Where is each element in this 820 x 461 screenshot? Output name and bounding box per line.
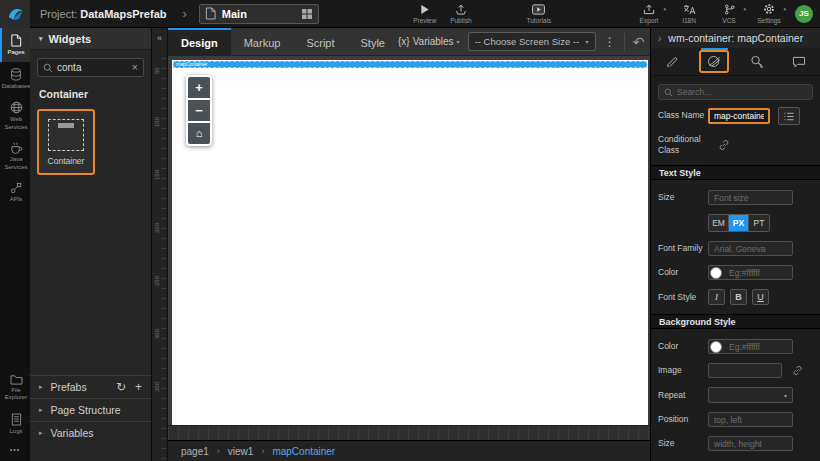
sidebar-item-pages[interactable]: Pages — [0, 28, 30, 62]
ruler-ticks — [161, 58, 166, 461]
bind-link-icon[interactable] — [718, 139, 730, 151]
kebab-menu-icon[interactable]: ⋮ — [604, 35, 616, 49]
translate-icon — [683, 4, 696, 15]
unit-em[interactable]: EM — [709, 215, 729, 231]
tab-inspect[interactable] — [736, 48, 778, 76]
screen-size-select[interactable]: -- Choose Screen Size -- ▾ — [468, 32, 596, 51]
tab-style[interactable]: Style — [348, 28, 398, 56]
i18n-button[interactable]: I18N — [671, 0, 707, 28]
breadcrumb-page1[interactable]: page1 — [181, 446, 209, 457]
tab-markup[interactable]: Markup — [231, 28, 294, 56]
bg-repeat-row: Repeat ▾ — [658, 387, 813, 403]
inspector-header: › wm-container: mapContainer — [651, 28, 820, 48]
section-page-structure[interactable]: ▸ Page Structure — [30, 398, 151, 421]
sidebar-item-file-explorer[interactable]: File Explorer — [0, 368, 30, 407]
variables-label: Variables — [413, 36, 454, 47]
widgets-panel-header[interactable]: ▾ Widgets — [30, 28, 151, 50]
container-widget-label: Container — [48, 156, 85, 166]
vcs-label: VCS — [722, 17, 735, 24]
breadcrumb-mapcontainer[interactable]: mapContainer — [272, 446, 335, 457]
widget-search-input[interactable] — [57, 62, 128, 73]
widgets-panel-sections: ▸ Prefabs ↻ + ▸ Page Structure ▸ Variabl… — [30, 375, 151, 444]
tutorials-button[interactable]: Tutorials — [521, 0, 557, 28]
font-size-input[interactable] — [708, 190, 793, 205]
sidebar-item-logs[interactable]: Logs — [0, 407, 30, 441]
section-variables[interactable]: ▸ Variables — [30, 421, 151, 444]
text-style-section-header: Text Style — [651, 165, 820, 180]
text-color-swatch[interactable] — [710, 267, 722, 279]
caret-down-icon: ▾ — [39, 35, 43, 43]
bg-size-input[interactable] — [708, 436, 793, 451]
selected-container-highlight[interactable]: mapContainer — [173, 61, 647, 68]
page-selector[interactable]: Main — [199, 4, 319, 24]
bold-button[interactable]: B — [730, 289, 747, 305]
page-icon — [205, 7, 216, 20]
preview-label: Preview — [413, 17, 436, 24]
publish-button[interactable]: Publish — [443, 0, 479, 28]
unit-px[interactable]: PX — [729, 215, 749, 231]
vcs-button[interactable]: VCS ▾ — [711, 0, 747, 28]
export-button[interactable]: Export ▾ — [631, 0, 667, 28]
section-label: Variables — [51, 427, 94, 439]
variables-prefix: {x} — [398, 36, 410, 47]
tab-styles[interactable] — [693, 48, 735, 76]
chat-bubble-icon — [792, 56, 806, 68]
link-icon — [792, 365, 803, 376]
bg-size-label: Size — [658, 438, 708, 449]
class-name-input[interactable] — [708, 108, 770, 124]
screen-size-value: -- Choose Screen Size -- — [475, 36, 580, 47]
sidebar-item-web-services[interactable]: Web Services — [0, 95, 30, 136]
canvas-page[interactable]: mapContainer + − ⌂ — [172, 60, 648, 425]
style-brush-icon — [707, 55, 721, 68]
collapse-inspector-icon[interactable]: › — [658, 33, 661, 44]
unit-pt[interactable]: PT — [749, 215, 769, 231]
wavemaker-logo[interactable] — [0, 0, 30, 28]
collapse-panel-icon[interactable]: « — [152, 33, 167, 43]
tab-properties[interactable] — [651, 48, 693, 76]
preview-button[interactable]: Preview — [407, 0, 443, 28]
property-search-input[interactable] — [677, 87, 807, 97]
sidebar-item-apis[interactable]: APIs — [0, 176, 30, 209]
folder-icon — [10, 374, 23, 385]
dropdown-arrow-icon: ▾ — [586, 38, 589, 45]
widget-search[interactable]: × — [37, 58, 144, 77]
sidebar-item-label: Logs — [9, 428, 22, 436]
project-prefix: Project: — [40, 8, 77, 20]
bg-color-swatch[interactable] — [710, 341, 722, 353]
tab-design[interactable]: Design — [168, 28, 231, 56]
class-list-button[interactable] — [778, 107, 800, 125]
breadcrumb-view1[interactable]: view1 — [228, 446, 254, 457]
logo-icon — [6, 4, 25, 23]
selection-label: mapContainer — [176, 62, 207, 67]
tab-script[interactable]: Script — [293, 28, 347, 56]
user-avatar[interactable]: JS — [795, 5, 813, 23]
container-widget-tile[interactable]: Container — [37, 109, 95, 175]
grid-icon[interactable] — [301, 8, 313, 20]
more-options-icon[interactable]: ••• — [0, 440, 30, 461]
italic-button[interactable]: I — [708, 289, 725, 305]
bg-image-input[interactable] — [708, 363, 782, 378]
variables-button[interactable]: {x} Variables ▾ — [398, 36, 460, 47]
home-button[interactable]: ⌂ — [188, 123, 210, 144]
background-style-section-header: Background Style — [651, 314, 820, 329]
section-prefabs[interactable]: ▸ Prefabs ↻ + — [30, 375, 151, 398]
add-prefab-icon[interactable]: + — [135, 381, 142, 393]
bg-position-input[interactable] — [708, 412, 793, 427]
underline-button[interactable]: U — [752, 289, 769, 305]
tab-events[interactable] — [778, 48, 820, 76]
sidebar-item-databases[interactable]: Databases — [0, 62, 30, 96]
settings-button[interactable]: Settings ▾ — [751, 0, 787, 28]
sidebar-item-java-services[interactable]: Java Services — [0, 136, 30, 176]
clear-search-icon[interactable]: × — [132, 62, 138, 73]
font-family-label: Font Family — [658, 243, 708, 254]
bind-link-icon[interactable] — [792, 365, 803, 376]
widget-group-title: Container — [39, 88, 151, 100]
bg-repeat-select[interactable]: ▾ — [708, 387, 793, 403]
font-family-input[interactable] — [708, 241, 793, 256]
zoom-in-button[interactable]: + — [188, 77, 210, 98]
refresh-icon[interactable]: ↻ — [116, 381, 126, 393]
undo-icon[interactable]: ↶ — [633, 35, 645, 49]
property-search[interactable] — [658, 84, 813, 100]
pages-icon — [10, 34, 22, 47]
zoom-out-button[interactable]: − — [188, 100, 210, 121]
